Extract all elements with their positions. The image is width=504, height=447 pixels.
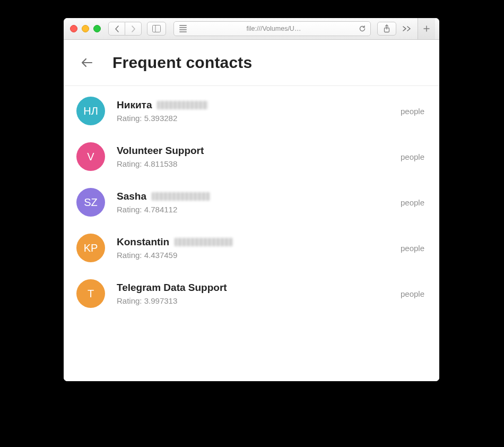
- rating-value: 4.784112: [144, 205, 178, 214]
- rating-label: Rating:: [117, 205, 144, 214]
- sidebar-toggle-button[interactable]: [147, 22, 166, 36]
- rating-value: 5.393282: [144, 114, 178, 123]
- redacted-surname: [152, 192, 210, 201]
- contact-name: Telegram Data Support: [117, 282, 394, 294]
- address-bar[interactable]: file:///Volumes/U…: [173, 21, 371, 36]
- contact-name: Sasha: [117, 191, 394, 202]
- window-controls: [70, 25, 101, 32]
- contact-row[interactable]: НЛНикитаRating: 5.393282people: [64, 88, 439, 134]
- contact-rating: Rating: 4.811538: [117, 159, 394, 168]
- contact-info: SashaRating: 4.784112: [117, 191, 394, 214]
- avatar: НЛ: [76, 97, 105, 125]
- contact-info: НикитаRating: 5.393282: [117, 99, 394, 123]
- avatar: T: [76, 279, 105, 308]
- rating-value: 3.997313: [144, 296, 178, 305]
- close-window-button[interactable]: [70, 25, 77, 32]
- contact-row[interactable]: TTelegram Data SupportRating: 3.997313pe…: [64, 271, 439, 316]
- contact-name-visible: Konstantin: [117, 236, 169, 248]
- safari-window: file:///Volumes/U… Frequent cont: [64, 18, 439, 381]
- rating-value: 4.811538: [144, 159, 178, 168]
- address-url: file:///Volumes/U…: [194, 25, 353, 32]
- zoom-window-button[interactable]: [93, 25, 101, 32]
- contact-rating: Rating: 4.437459: [117, 251, 394, 260]
- contact-info: Volunteer SupportRating: 4.811538: [117, 145, 394, 168]
- contact-row[interactable]: KPKonstantinRating: 4.437459people: [64, 225, 439, 271]
- redacted-surname: [175, 238, 233, 246]
- contact-row[interactable]: VVolunteer SupportRating: 4.811538people: [64, 134, 439, 179]
- window-titlebar: file:///Volumes/U…: [64, 18, 439, 40]
- contact-rating: Rating: 5.393282: [117, 114, 394, 123]
- minimize-window-button[interactable]: [82, 25, 89, 32]
- contact-tag: people: [401, 244, 424, 253]
- page-content: Frequent contacts НЛНикитаRating: 5.3932…: [64, 40, 439, 381]
- contact-info: KonstantinRating: 4.437459: [117, 236, 394, 260]
- page-header: Frequent contacts: [64, 40, 439, 86]
- contact-tag: people: [401, 289, 424, 298]
- rating-label: Rating:: [117, 251, 144, 260]
- svg-rect-0: [153, 25, 161, 32]
- contact-row[interactable]: SZSashaRating: 4.784112people: [64, 179, 439, 225]
- contact-name: Volunteer Support: [117, 145, 394, 157]
- rating-label: Rating:: [117, 159, 144, 168]
- share-button[interactable]: [377, 22, 396, 36]
- avatar: V: [76, 142, 105, 171]
- back-button[interactable]: [108, 22, 125, 36]
- contact-tag: people: [401, 198, 424, 207]
- rating-label: Rating:: [117, 296, 144, 305]
- contact-info: Telegram Data SupportRating: 3.997313: [117, 282, 394, 305]
- contacts-list: НЛНикитаRating: 5.393282peopleVVolunteer…: [64, 86, 439, 321]
- new-tab-button[interactable]: [418, 18, 435, 39]
- redacted-surname: [157, 101, 208, 109]
- forward-button[interactable]: [125, 22, 142, 36]
- contact-name: Konstantin: [117, 236, 394, 248]
- contact-name: Никита: [117, 99, 394, 111]
- reader-icon[interactable]: [179, 25, 187, 32]
- avatar: SZ: [76, 188, 105, 217]
- contact-rating: Rating: 4.784112: [117, 205, 394, 214]
- page-title: Frequent contacts: [112, 54, 252, 72]
- contact-tag: people: [401, 107, 424, 116]
- page-back-button[interactable]: [76, 52, 98, 73]
- contact-name-visible: Никита: [117, 99, 152, 111]
- reload-button[interactable]: [359, 25, 366, 32]
- rating-label: Rating:: [117, 114, 144, 123]
- nav-buttons: [108, 22, 142, 36]
- contact-name-visible: Volunteer Support: [117, 145, 204, 157]
- avatar: KP: [76, 234, 105, 262]
- contact-name-visible: Sasha: [117, 191, 146, 202]
- overflow-button[interactable]: [401, 25, 414, 32]
- contact-tag: people: [401, 152, 424, 161]
- contact-name-visible: Telegram Data Support: [117, 282, 227, 294]
- contact-rating: Rating: 3.997313: [117, 296, 394, 305]
- rating-value: 4.437459: [144, 251, 178, 260]
